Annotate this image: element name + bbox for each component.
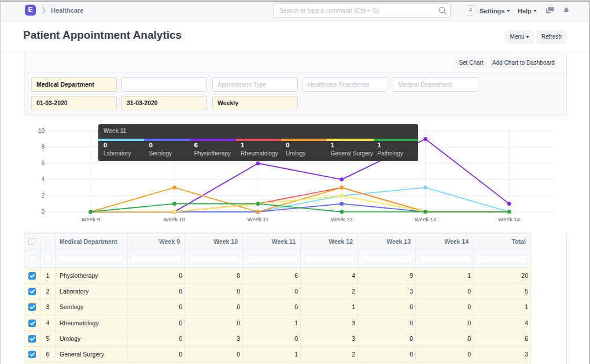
svg-text:Week 13: Week 13 [415, 216, 436, 222]
svg-text:0: 0 [41, 209, 45, 215]
svg-text:2: 2 [41, 192, 45, 199]
svg-text:10: 10 [38, 128, 45, 134]
svg-text:Week 9: Week 9 [82, 216, 100, 222]
svg-text:6: 6 [41, 160, 45, 166]
svg-text:Week 12: Week 12 [331, 216, 352, 222]
svg-text:4: 4 [41, 176, 45, 183]
svg-text:8: 8 [41, 144, 45, 150]
svg-text:Week 11: Week 11 [248, 216, 269, 222]
svg-text:Week 14: Week 14 [499, 216, 520, 222]
svg-text:Week 10: Week 10 [164, 216, 185, 222]
